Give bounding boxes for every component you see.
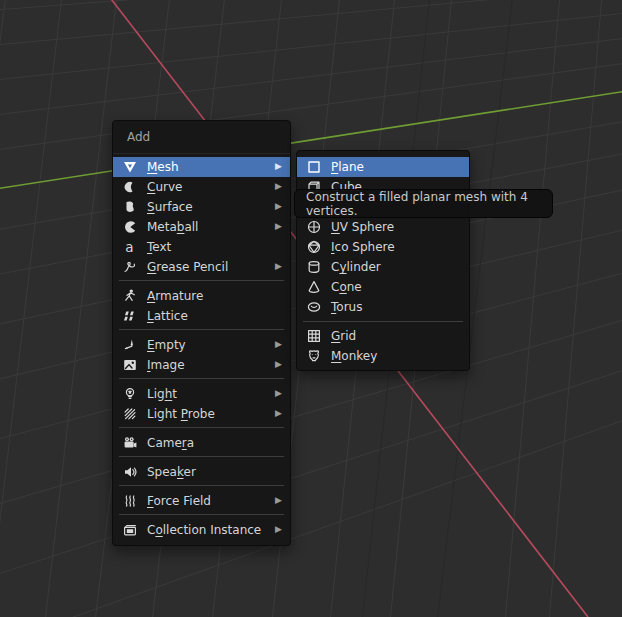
menu-separator [119, 456, 284, 457]
menu-item-empty[interactable]: Empty ▶ [113, 335, 290, 355]
plane-icon [306, 159, 322, 175]
menu-item-metaball[interactable]: Metaball ▶ [113, 217, 290, 237]
submenu-arrow-icon: ▶ [275, 221, 282, 231]
submenu-item-label: Ico Sphere [331, 240, 395, 254]
menu-item-label: Force Field [147, 494, 211, 508]
collection-instance-icon [122, 522, 138, 538]
submenu-arrow-icon: ▶ [275, 339, 282, 349]
mesh-submenu: Plane Cube UV Sphere Ico Sphere Cylinder… [296, 150, 470, 371]
menu-item-text[interactable]: a Text [113, 237, 290, 257]
submenu-arrow-icon: ▶ [275, 181, 282, 191]
menu-item-label: Mesh [147, 160, 179, 174]
curve-icon [122, 179, 138, 195]
submenu-item-label: Torus [331, 300, 362, 314]
submenu-item-grid[interactable]: Grid [297, 326, 469, 346]
submenu-item-monkey[interactable]: Monkey [297, 346, 469, 366]
surface-icon [122, 199, 138, 215]
menu-item-label: Curve [147, 180, 182, 194]
grid-icon [306, 328, 322, 344]
menu-separator [119, 329, 284, 330]
add-menu: Add Mesh ▶ Curve ▶ Surface ▶ Metaball ▶ … [112, 120, 291, 546]
menu-item-light-probe[interactable]: Light Probe ▶ [113, 404, 290, 424]
menu-item-label: Metaball [147, 220, 198, 234]
submenu-item-plane[interactable]: Plane [297, 157, 469, 177]
menu-item-camera[interactable]: Camera [113, 433, 290, 453]
text-icon: a [122, 239, 138, 255]
cylinder-icon [306, 259, 322, 275]
submenu-item-torus[interactable]: Torus [297, 297, 469, 317]
menu-separator [303, 321, 463, 322]
submenu-arrow-icon: ▶ [275, 495, 282, 505]
submenu-item-label: Cone [331, 280, 362, 294]
cone-icon [306, 279, 322, 295]
submenu-item-label: UV Sphere [331, 220, 394, 234]
armature-icon [122, 288, 138, 304]
uv-sphere-icon [306, 219, 322, 235]
menu-separator [119, 514, 284, 515]
menu-separator [119, 427, 284, 428]
image-icon [122, 357, 138, 373]
tooltip-text: Construct a filled planar mesh with 4 ve… [306, 190, 552, 218]
light-probe-icon [122, 406, 138, 422]
camera-icon [122, 435, 138, 451]
menu-item-label: Lattice [147, 309, 188, 323]
menu-item-label: Speaker [147, 465, 196, 479]
grease-pencil-icon [122, 259, 138, 275]
menu-item-collection-instance[interactable]: Collection Instance ▶ [113, 520, 290, 540]
menu-item-label: Collection Instance [147, 523, 261, 537]
submenu-arrow-icon: ▶ [275, 201, 282, 211]
submenu-item-label: Cylinder [331, 260, 381, 274]
empty-icon [122, 337, 138, 353]
svg-text:a: a [125, 239, 133, 255]
menu-item-force-field[interactable]: Force Field ▶ [113, 491, 290, 511]
menu-separator [119, 378, 284, 379]
menu-separator [119, 485, 284, 486]
submenu-arrow-icon: ▶ [275, 161, 282, 171]
add-menu-title: Add [113, 121, 290, 154]
torus-icon [306, 299, 322, 315]
submenu-item-cone[interactable]: Cone [297, 277, 469, 297]
menu-item-image[interactable]: Image ▶ [113, 355, 290, 375]
metaball-icon [122, 219, 138, 235]
submenu-item-label: Monkey [331, 349, 377, 363]
submenu-arrow-icon: ▶ [275, 261, 282, 271]
menu-item-label: Armature [147, 289, 203, 303]
speaker-icon [122, 464, 138, 480]
menu-item-grease-pencil[interactable]: Grease Pencil ▶ [113, 257, 290, 277]
menu-item-armature[interactable]: Armature [113, 286, 290, 306]
menu-item-label: Image [147, 358, 185, 372]
menu-item-mesh[interactable]: Mesh ▶ [113, 157, 290, 177]
submenu-arrow-icon: ▶ [275, 388, 282, 398]
menu-item-surface[interactable]: Surface ▶ [113, 197, 290, 217]
menu-item-label: Text [147, 240, 171, 254]
mesh-icon [122, 159, 138, 175]
menu-item-label: Grease Pencil [147, 260, 228, 274]
menu-item-label: Surface [147, 200, 193, 214]
light-icon [122, 386, 138, 402]
menu-item-light[interactable]: Light ▶ [113, 384, 290, 404]
submenu-arrow-icon: ▶ [275, 359, 282, 369]
menu-item-label: Camera [147, 436, 194, 450]
menu-item-speaker[interactable]: Speaker [113, 462, 290, 482]
menu-item-label: Light Probe [147, 407, 215, 421]
submenu-item-label: Plane [331, 160, 364, 174]
submenu-item-label: Grid [331, 329, 356, 343]
submenu-arrow-icon: ▶ [275, 408, 282, 418]
menu-separator [119, 280, 284, 281]
lattice-icon [122, 308, 138, 324]
menu-item-label: Light [147, 387, 177, 401]
submenu-arrow-icon: ▶ [275, 524, 282, 534]
menu-item-label: Empty [147, 338, 186, 352]
submenu-item-uv-sphere[interactable]: UV Sphere [297, 217, 469, 237]
monkey-icon [306, 348, 322, 364]
menu-item-curve[interactable]: Curve ▶ [113, 177, 290, 197]
force-field-icon [122, 493, 138, 509]
menu-item-lattice[interactable]: Lattice [113, 306, 290, 326]
submenu-item-cylinder[interactable]: Cylinder [297, 257, 469, 277]
tooltip: Construct a filled planar mesh with 4 ve… [294, 189, 553, 218]
submenu-item-ico-sphere[interactable]: Ico Sphere [297, 237, 469, 257]
ico-sphere-icon [306, 239, 322, 255]
